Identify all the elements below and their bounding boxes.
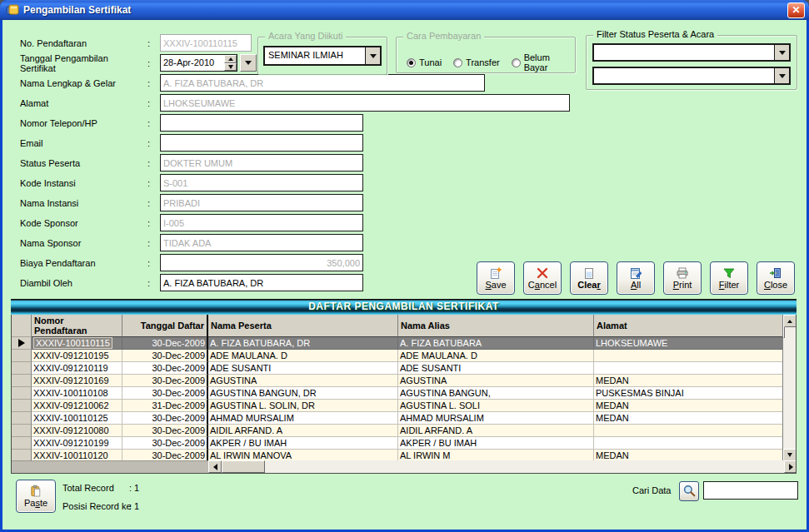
colon-separator: :: [147, 278, 150, 288]
cell-text: ADE MAULANA. D: [400, 351, 477, 360]
table-row[interactable]: XXXIV-10011012530-Dec-2009AHMAD MURSALIM…: [12, 412, 784, 425]
save-icon: [489, 266, 502, 280]
search-input[interactable]: [703, 481, 798, 500]
acara-combobox[interactable]: SEMINAR ILMIAH: [263, 46, 382, 66]
date-spin-up-button[interactable]: [224, 55, 237, 63]
acara-dropdown-button[interactable]: [365, 47, 380, 64]
cell-text: ADE SUSANTI: [400, 363, 461, 373]
colon-separator: :: [147, 238, 150, 248]
scroll-down-button[interactable]: [783, 449, 797, 461]
filter-status-dropdown-button[interactable]: [774, 45, 789, 60]
table-row[interactable]: XXXIV-09121016930-Dec-2009AGUSTINAAGUSTI…: [12, 375, 784, 387]
table-cell: 30-Dec-2009: [122, 362, 208, 375]
table-row[interactable]: XXXIV-10011012030-Dec-2009AL IRWIN MANOV…: [12, 450, 784, 461]
app-window: Pengambilan Sertifikat ✕ No. Pendaftaran…: [0, 0, 809, 532]
filter-button[interactable]: Filter: [710, 261, 748, 295]
table-cell: AKPER / BU IMAH: [398, 437, 594, 450]
date-spin-down-button[interactable]: [224, 63, 237, 72]
filter-acara-dropdown-button[interactable]: [774, 68, 789, 83]
table-row[interactable]: XXXIV-09121011930-Dec-2009ADE SUSANTIADE…: [12, 362, 784, 375]
group-pembayaran-label: Cara Pembayaran: [403, 31, 484, 41]
vertical-scrollbar[interactable]: [782, 315, 796, 461]
close-window-button[interactable]: ✕: [787, 2, 805, 18]
telepon-input[interactable]: [160, 114, 363, 132]
cell-text: AHMAD MURSALIM: [210, 413, 294, 423]
table-cell: MEDAN: [594, 450, 784, 461]
table-cell: XXXIV-091210195: [32, 350, 122, 362]
group-acara-label: Acara Yang Diikuti: [265, 31, 346, 41]
save-button[interactable]: Save: [477, 261, 515, 295]
table-cell: A. FIZA BATUBARA: [398, 337, 594, 350]
all-button[interactable]: All: [617, 261, 655, 295]
table-cell: XXXIV-100110115: [32, 337, 122, 350]
table-cell: XXXIV-091210062: [32, 400, 122, 412]
table-row[interactable]: XXXIV-09121019530-Dec-2009ADE MAULANA. D…: [12, 350, 784, 362]
colon-separator: :: [147, 178, 150, 188]
column-header-nama-peserta[interactable]: Nama Peserta: [208, 315, 398, 337]
table-cell: [594, 362, 784, 375]
date-dropdown-button[interactable]: [240, 54, 257, 72]
cell-text: 30-Dec-2009: [152, 363, 205, 373]
column-header-nomor-pendaftaran[interactable]: Nomor Pendaftaran: [32, 315, 122, 337]
scroll-up-button[interactable]: [783, 315, 797, 327]
clear-button[interactable]: Clear: [570, 261, 608, 295]
horizontal-scrollbar[interactable]: [12, 460, 797, 473]
table-cell: LHOKSEUMAWE: [594, 337, 784, 350]
cell-text: 30-Dec-2009: [152, 450, 205, 460]
table-cell: AGUSTINA: [208, 375, 398, 387]
current-record-arrow-icon: [18, 339, 25, 347]
horizontal-scroll-thumb[interactable]: [222, 460, 265, 473]
button-label: Paste: [24, 498, 47, 508]
scroll-right-button[interactable]: [784, 460, 797, 473]
print-button[interactable]: Print: [663, 261, 702, 295]
cell-text: AIDIL ARFAND. A: [400, 425, 472, 435]
field-control: [160, 174, 363, 191]
kode_sponsor-input: [160, 214, 363, 231]
paste-button[interactable]: Paste: [16, 480, 56, 513]
radio-belum-bayar[interactable]: Belum Bayar: [512, 52, 575, 72]
table-cell: AHMAD MURSALIM: [398, 412, 594, 425]
scroll-left-button[interactable]: [208, 460, 222, 473]
tanggal-input[interactable]: 28-Apr-2010: [160, 54, 237, 72]
tanggal-label: Tanggal Pengambilan Sertifikat: [20, 53, 145, 73]
table-row[interactable]: XXXIV-09121006231-Dec-2009AGUSTINA L. SO…: [12, 400, 784, 412]
diambil_oleh-input[interactable]: [160, 274, 363, 291]
radio-transfer[interactable]: Transfer: [453, 52, 500, 72]
table-cell: 30-Dec-2009: [122, 425, 208, 437]
email-input[interactable]: [160, 134, 363, 152]
button-label: Filter: [719, 280, 739, 290]
radio-label: Transfer: [466, 57, 500, 67]
table-row[interactable]: XXXIV-10011010830-Dec-2009AGUSTINA BANGU…: [12, 387, 784, 400]
window-title: Pengambilan Sertifikat: [23, 4, 131, 16]
cancel-button[interactable]: Cancel: [523, 261, 562, 295]
row-selector: [12, 362, 32, 375]
search-icon: [682, 484, 697, 500]
field-control: [160, 34, 252, 52]
search-button[interactable]: [679, 481, 699, 501]
field-control: [160, 114, 363, 132]
table-cell: [594, 437, 784, 450]
cell-text: 31-Dec-2009: [152, 400, 205, 410]
table-row[interactable]: XXXIV-10011011530-Dec-2009A. FIZA BATUBA…: [12, 337, 784, 350]
diambil_oleh-label: Diambil Oleh: [20, 278, 145, 288]
vertical-scroll-thumb[interactable]: [783, 326, 785, 338]
table-cell: ADE MAULANA. D: [398, 350, 594, 362]
radio-tunai[interactable]: Tunai: [407, 52, 442, 72]
table-row[interactable]: XXXIV-09121008030-Dec-2009AIDIL ARFAND. …: [12, 425, 784, 437]
cell-text: 30-Dec-2009: [152, 388, 205, 398]
filter-status-combobox[interactable]: [592, 43, 791, 62]
table-cell: AIDIL ARFAND. A: [398, 425, 594, 437]
action-buttons: SaveCancelClearAllPrintFilterClose: [477, 261, 795, 295]
column-header-alamat[interactable]: Alamat: [594, 315, 784, 337]
column-header-nama-alias[interactable]: Nama Alias: [398, 315, 594, 337]
row-selector: [12, 350, 32, 362]
column-header-tanggal-daftar[interactable]: Tanggal Daftar: [122, 315, 208, 337]
colon-separator: :: [147, 58, 150, 68]
close-button[interactable]: Close: [757, 261, 795, 295]
filter-acara-combobox-value: [594, 68, 774, 83]
filter-acara-combobox[interactable]: [592, 67, 791, 85]
nama_sponsor-input: [160, 234, 363, 251]
horizontal-scroll-track[interactable]: [265, 460, 784, 473]
table-row[interactable]: XXXIV-09121019930-Dec-2009AKPER / BU IMA…: [12, 437, 784, 450]
status_peserta-label: Status Peserta: [20, 158, 145, 168]
